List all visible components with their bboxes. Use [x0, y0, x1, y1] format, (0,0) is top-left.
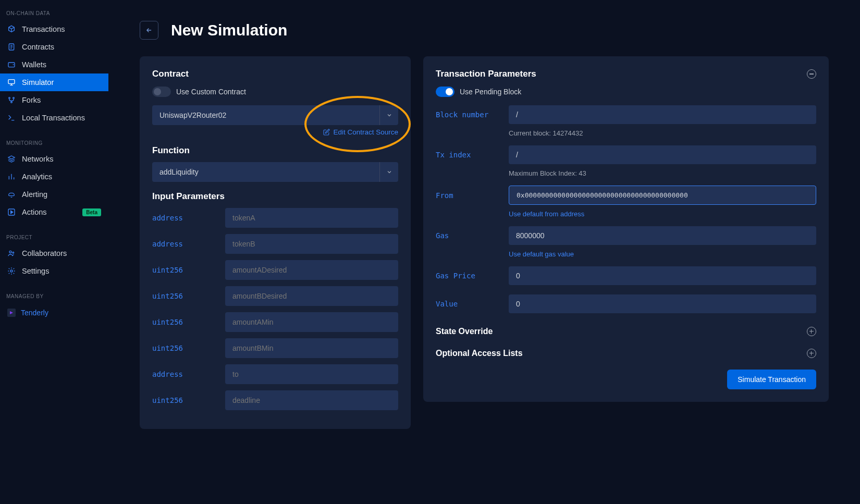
svg-point-9	[10, 270, 13, 272]
expand-icon[interactable]	[807, 349, 816, 358]
terminal-icon	[7, 114, 16, 122]
play-icon	[7, 208, 16, 216]
sidebar-section-managed-by: MANAGED BY	[0, 289, 108, 303]
sidebar-item-settings[interactable]: Settings	[0, 262, 108, 280]
input-param-type: uint256	[152, 318, 225, 326]
svg-point-8	[13, 252, 14, 253]
access-lists-title: Optional Access Lists	[436, 349, 523, 358]
use-custom-contract-label: Use Custom Contract	[176, 88, 246, 96]
page-header: New Simulation	[140, 21, 829, 40]
sidebar-section-onchain: ON-CHAIN DATA	[0, 6, 108, 20]
block-number-input[interactable]	[509, 105, 816, 124]
input-param-field[interactable]	[225, 208, 398, 228]
tx-index-label: Tx index	[436, 151, 509, 159]
sidebar-item-local-transactions[interactable]: Local Transactions	[0, 109, 108, 127]
input-param-type: address	[152, 370, 225, 378]
input-param-field[interactable]	[225, 364, 398, 384]
sidebar-item-label: Wallets	[22, 60, 46, 69]
input-param-field[interactable]	[225, 312, 398, 332]
sidebar-item-label: Local Transactions	[22, 114, 85, 122]
document-icon	[7, 43, 16, 51]
transaction-params-panel: Transaction Parameters Use Pending Block…	[423, 56, 829, 402]
svg-rect-2	[8, 80, 15, 84]
sidebar-item-networks[interactable]: Networks	[0, 150, 108, 168]
cube-icon	[7, 25, 16, 33]
input-param-row: address	[152, 364, 398, 384]
contract-panel: Contract Use Custom Contract UniswapV2Ro…	[140, 56, 411, 429]
gas-input[interactable]	[509, 226, 816, 245]
sidebar-item-label: Settings	[22, 267, 49, 275]
fork-icon	[7, 96, 16, 104]
input-param-type: uint256	[152, 344, 225, 352]
value-label: Value	[436, 300, 509, 308]
users-icon	[7, 249, 16, 257]
input-param-row: uint256	[152, 312, 398, 332]
managed-by-label: Tenderly	[21, 309, 48, 317]
input-param-field[interactable]	[225, 338, 398, 358]
sidebar-item-wallets[interactable]: Wallets	[0, 56, 108, 73]
sidebar-item-transactions[interactable]: Transactions	[0, 20, 108, 38]
input-param-row: uint256	[152, 338, 398, 358]
collapse-icon[interactable]	[807, 69, 816, 79]
sidebar-item-collaborators[interactable]: Collaborators	[0, 244, 108, 262]
gas-label: Gas	[436, 231, 509, 240]
input-param-field[interactable]	[225, 390, 398, 410]
use-custom-contract-toggle[interactable]	[152, 87, 171, 97]
simulate-transaction-button[interactable]: Simulate Transaction	[727, 370, 816, 389]
function-select[interactable]: addLiquidity	[152, 162, 398, 182]
edit-icon	[323, 129, 330, 136]
wallet-icon	[7, 60, 16, 69]
block-number-label: Block number	[436, 110, 509, 119]
tenderly-logo-icon	[7, 309, 16, 317]
tx-params-title: Transaction Parameters	[436, 69, 536, 79]
input-param-type: uint256	[152, 292, 225, 300]
use-pending-block-toggle[interactable]	[436, 87, 454, 97]
from-input[interactable]	[509, 186, 816, 205]
managed-by-row[interactable]: Tenderly	[0, 303, 108, 322]
input-param-row: address	[152, 208, 398, 228]
sidebar-item-label: Networks	[22, 155, 53, 163]
from-helper-link[interactable]: Use default from address	[509, 210, 816, 218]
input-param-row: address	[152, 234, 398, 254]
arrow-left-icon	[145, 27, 153, 34]
sidebar-item-label: Collaborators	[22, 249, 67, 257]
back-button[interactable]	[140, 21, 158, 40]
sidebar-item-label: Contracts	[22, 43, 54, 51]
sidebar-item-analytics[interactable]: Analytics	[0, 168, 108, 186]
sidebar-item-label: Simulator	[22, 78, 54, 87]
sidebar-item-actions[interactable]: Actions Beta	[0, 203, 108, 221]
input-param-row: uint256	[152, 390, 398, 410]
gear-icon	[7, 267, 16, 275]
sidebar: ON-CHAIN DATA Transactions Contracts Wal…	[0, 0, 108, 504]
value-input[interactable]	[509, 294, 816, 313]
function-section-title: Function	[152, 145, 398, 156]
sidebar-section-monitoring: MONITORING	[0, 136, 108, 150]
tx-index-input[interactable]	[509, 145, 816, 164]
svg-point-3	[9, 97, 10, 99]
sidebar-item-alerting[interactable]: Alerting	[0, 186, 108, 203]
main-content: New Simulation Contract Use Custom Contr…	[108, 0, 860, 504]
edit-contract-source-link[interactable]: Edit Contract Source	[323, 128, 398, 136]
contract-select[interactable]: UniswapV2Router02	[152, 105, 398, 125]
block-number-helper: Current block: 14274432	[509, 129, 816, 137]
input-params-title: Input Parameters	[152, 191, 398, 202]
beta-badge: Beta	[82, 208, 101, 216]
input-param-row: uint256	[152, 286, 398, 306]
input-param-type: uint256	[152, 396, 225, 404]
input-param-type: address	[152, 240, 225, 248]
gas-helper-link[interactable]: Use default gas value	[509, 250, 816, 258]
input-param-field[interactable]	[225, 286, 398, 306]
expand-icon[interactable]	[807, 327, 816, 336]
sidebar-section-project: PROJECT	[0, 230, 108, 244]
input-param-field[interactable]	[225, 234, 398, 254]
sidebar-item-contracts[interactable]: Contracts	[0, 38, 108, 56]
svg-point-5	[11, 102, 13, 103]
svg-point-7	[9, 251, 11, 253]
sidebar-item-label: Alerting	[22, 190, 47, 199]
sidebar-item-simulator[interactable]: Simulator	[0, 73, 108, 91]
gas-price-input[interactable]	[509, 266, 816, 285]
input-param-field[interactable]	[225, 260, 398, 280]
sidebar-item-forks[interactable]: Forks	[0, 91, 108, 109]
input-param-type: address	[152, 214, 225, 222]
gas-price-label: Gas Price	[436, 272, 509, 280]
